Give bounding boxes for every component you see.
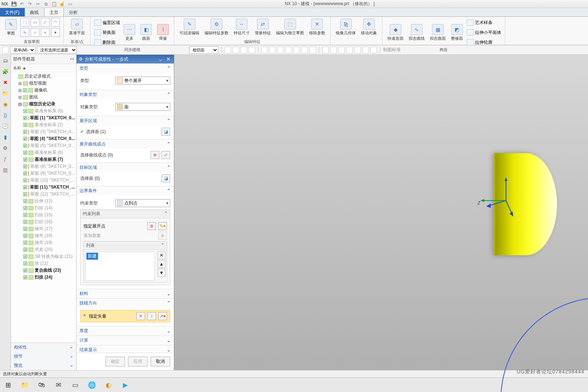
menu-dropdown[interactable]: 菜单(M): [10, 46, 35, 54]
tree-item[interactable]: ✓草图 (3) "SKETCH_0...: [12, 128, 75, 135]
qat-save-icon[interactable]: 💾: [11, 1, 17, 7]
btn-surface[interactable]: ◧曲面: [139, 23, 153, 42]
tree-item[interactable]: ✓扫掠 (15): [12, 211, 75, 218]
tb2-c2[interactable]: [269, 47, 276, 53]
tb2-d1[interactable]: [322, 47, 329, 53]
combo-constraint-type[interactable]: 点到点▾: [115, 199, 170, 207]
vector-pick-btn[interactable]: ⤧: [136, 312, 145, 320]
tree-item[interactable]: ✓SB 转换为钣金 (21): [12, 253, 75, 260]
far-extrude-profile-icon[interactable]: [467, 39, 474, 46]
filter-dropdown[interactable]: 没有选择过滤器: [37, 46, 77, 54]
sec-objtype[interactable]: 对象类型⌃: [77, 90, 174, 99]
btn-rollback-edit[interactable]: ✎可回滚编辑: [178, 18, 201, 36]
tree-item[interactable]: ✓抽壳 (18): [12, 232, 75, 239]
tree-item[interactable]: ✓草图 (10) "SKETCH_...: [12, 177, 75, 184]
tree-item[interactable]: ⊞模型视图: [12, 80, 75, 87]
shape-point-icon[interactable]: ＋: [41, 28, 50, 37]
taskbar-app2-icon[interactable]: ▶: [120, 380, 131, 390]
chevron-up-icon[interactable]: ⌃: [164, 211, 168, 217]
tree-item[interactable]: ✓基准坐标系 (6): [12, 149, 75, 156]
tree-item[interactable]: ✓扫掠 (24): [12, 274, 75, 281]
btn-remove-params[interactable]: ✕移除参数: [308, 18, 327, 36]
tree-item[interactable]: ✓扫掠 (16): [12, 218, 75, 225]
tb2-c7[interactable]: [309, 47, 316, 53]
far-extrude-facet-icon[interactable]: [467, 29, 474, 36]
tb2-d5[interactable]: [354, 47, 361, 53]
nav-column-header[interactable]: 名称 ▲: [11, 64, 76, 72]
list-down-btn[interactable]: ▼: [157, 269, 166, 277]
qat-redo-icon[interactable]: ↷: [27, 1, 33, 7]
list-item-new[interactable]: 新建: [86, 253, 98, 260]
tb2-c4[interactable]: [285, 47, 292, 53]
btn-edit-params[interactable]: ⚙编辑特征参数: [203, 18, 230, 36]
taskbar-start-icon[interactable]: ⊞: [3, 380, 13, 390]
tb2-d3[interactable]: [338, 47, 345, 53]
btn-feature-size[interactable]: ↔特征尺寸: [232, 18, 251, 36]
btn-edit-sketch[interactable]: ⬚编辑为独立草图: [274, 18, 305, 36]
sec-thickness[interactable]: 厚度⌄: [77, 326, 174, 335]
point-dialog-btn[interactable]: ✎▾: [158, 222, 167, 230]
tree-item[interactable]: ⊟模型历史记录: [12, 101, 75, 108]
btn-more[interactable]: ⋯更多: [122, 23, 137, 42]
dialog-close-icon[interactable]: ✕: [165, 56, 172, 62]
add-set-btn[interactable]: ⊕: [158, 232, 167, 240]
constraint-list[interactable]: 新建: [85, 252, 155, 281]
sync-offset-icon[interactable]: [94, 19, 101, 26]
add-curve-btn[interactable]: ⊕: [151, 151, 159, 159]
rb-constraint-icon[interactable]: ✖: [2, 79, 9, 86]
acc-detail[interactable]: 细节⌄: [11, 352, 76, 361]
sync-delete-icon[interactable]: [94, 39, 101, 46]
rb-layers-icon[interactable]: ▥: [2, 166, 9, 174]
tree-item[interactable]: ✓草图 (8) "SKETCH_0...: [12, 163, 75, 170]
tree-item[interactable]: ⊞✓摄像机: [12, 87, 75, 94]
ok-button[interactable]: 确定: [105, 357, 125, 366]
tab-curve[interactable]: 曲线: [25, 8, 44, 16]
rb-navigator-icon[interactable]: 🗂: [2, 57, 9, 64]
btn-replace-feature[interactable]: ⇄替换特征: [253, 18, 272, 36]
spec-point-btn[interactable]: ⊕: [147, 222, 156, 230]
tree-item[interactable]: ✓草图 (5) "SKETCH_0...: [12, 142, 75, 149]
combo-object-type[interactable]: 面▾: [115, 103, 170, 111]
rb-roles-icon[interactable]: ▮: [2, 133, 9, 141]
sec-compute[interactable]: 计算⌄: [77, 335, 174, 345]
qat-paste-icon[interactable]: 📋: [51, 1, 57, 7]
taskbar-edge-icon[interactable]: 🌐: [87, 380, 97, 390]
sec-unfold-region[interactable]: 展开区域⌃: [77, 116, 174, 125]
tree-item[interactable]: ✓草图 (11) "SKETCH_...: [12, 184, 75, 191]
rb-assembly-icon[interactable]: 🧩: [2, 68, 9, 75]
tab-home[interactable]: 主页: [44, 8, 64, 16]
tree-item[interactable]: ✓草图 (1) "SKETCH_0...: [12, 115, 75, 121]
chevron-up-icon-2[interactable]: ⌃: [161, 242, 164, 249]
tree-item[interactable]: ✓基准坐标系 (2): [12, 121, 75, 128]
taskbar-app1-icon[interactable]: ◐: [104, 380, 114, 390]
shape-spline-icon[interactable]: ∿: [20, 28, 29, 37]
apply-button[interactable]: 应用: [128, 357, 148, 366]
btn-spring[interactable]: ⌇弹簧: [156, 23, 170, 42]
acc-dependency[interactable]: 相依性⌄: [11, 343, 76, 352]
qat-copy-icon[interactable]: ⧉: [43, 1, 49, 7]
tb2-d7[interactable]: [370, 47, 377, 53]
tb2-c5[interactable]: [293, 47, 300, 53]
sec-type[interactable]: 类型⌃: [77, 63, 174, 73]
sec-material[interactable]: 材料⌄: [77, 289, 174, 298]
specify-vector-row[interactable]: * 指定矢量 ⤧ ↕ ↗▾: [80, 310, 170, 322]
shape-line-icon[interactable]: ／: [41, 18, 50, 27]
shape-circle-icon[interactable]: ○: [31, 28, 39, 37]
tb2-c1[interactable]: [261, 47, 268, 53]
combo-unfold-type[interactable]: 整个展开▾: [115, 77, 170, 85]
rb-hd3d-icon[interactable]: ◉: [2, 101, 9, 108]
sec-unfold-curve[interactable]: 展开曲线或点⌃: [77, 139, 174, 149]
tb2-b3[interactable]: [241, 47, 247, 53]
vector-reverse-btn[interactable]: ↕: [147, 312, 156, 320]
tree-item[interactable]: ✓求差 (20): [12, 246, 75, 253]
sync-replace-icon[interactable]: [94, 29, 101, 36]
tree-item[interactable]: ✓扫掠 (14): [12, 205, 75, 211]
tb2-d4[interactable]: [346, 47, 353, 53]
qat-window-icon[interactable]: ▭: [67, 1, 73, 7]
btn-sketch[interactable]: ✎草图: [4, 18, 18, 37]
qat-touch-icon[interactable]: ☝: [59, 1, 65, 7]
dialog-collapse-icon[interactable]: ⌵: [158, 56, 163, 62]
tab-analysis[interactable]: 分析: [64, 8, 83, 16]
scope-dropdown[interactable]: 相切面: [189, 46, 218, 54]
tab-file[interactable]: 文件(F): [0, 8, 25, 16]
